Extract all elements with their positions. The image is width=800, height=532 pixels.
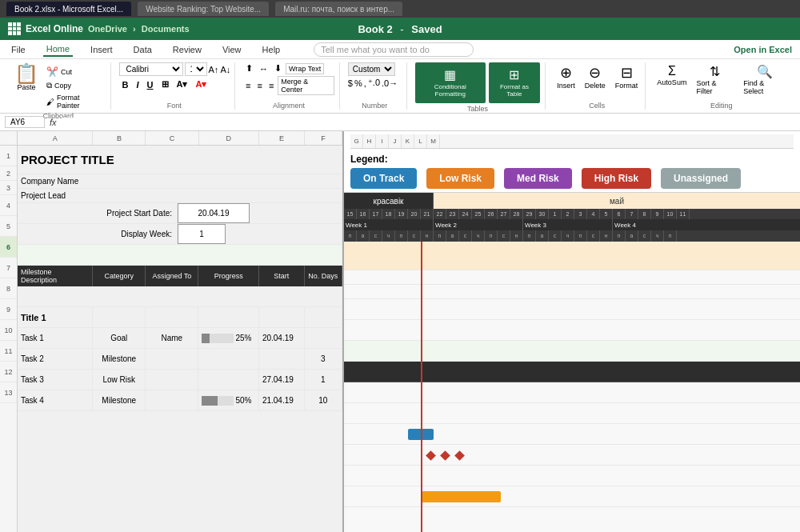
- gantt-dow-6: с: [408, 230, 421, 242]
- percent-button[interactable]: %: [354, 78, 362, 88]
- task1-cat[interactable]: Goal: [93, 328, 146, 348]
- menu-home[interactable]: Home: [43, 42, 73, 57]
- col-header-k: K: [402, 134, 414, 148]
- project-title-cell[interactable]: PROJECT TITLE: [18, 146, 342, 174]
- section-title-row: Title 1: [18, 307, 342, 328]
- autosum-button[interactable]: Σ AutoSum: [654, 62, 690, 88]
- row-num-8: 8: [0, 278, 17, 299]
- currency-button[interactable]: $: [348, 78, 353, 88]
- gantt-dow-20: с: [587, 230, 600, 242]
- decimal-decrease-button[interactable]: .0→: [382, 78, 398, 88]
- task4-start[interactable]: 21.04.19: [259, 390, 305, 410]
- cell-reference[interactable]: AY6: [5, 116, 45, 128]
- underline-button[interactable]: U: [144, 78, 157, 91]
- start-date-label: Project Start Date:: [18, 203, 178, 223]
- task3-days[interactable]: 1: [305, 370, 342, 390]
- fill-color-button[interactable]: A▾: [174, 78, 191, 91]
- onedrive-breadcrumb[interactable]: OneDrive › Documents: [88, 24, 190, 34]
- task4-cat[interactable]: Milestone: [93, 390, 146, 410]
- col-header-a: A: [18, 131, 93, 145]
- merge-center-button[interactable]: Merge & Center: [278, 76, 334, 95]
- align-middle-button[interactable]: ↔: [257, 63, 270, 74]
- alignment-label: Alignment: [243, 102, 334, 110]
- format-as-table-button[interactable]: ⊞ Format as Table: [489, 62, 541, 103]
- format-button[interactable]: ⊟ Format: [612, 62, 642, 91]
- cut-button[interactable]: ✂️Cut: [45, 66, 106, 78]
- copy-button[interactable]: ⧉Copy: [45, 80, 106, 91]
- task4-desc[interactable]: Task 4: [18, 390, 93, 410]
- align-left-button[interactable]: ≡: [243, 80, 253, 91]
- title1-days: [305, 307, 342, 327]
- gantt-day-1: 1: [549, 209, 562, 219]
- sort-filter-button[interactable]: ⇅ Sort & Filter: [693, 62, 737, 97]
- task3-cat[interactable]: Low Risk: [93, 370, 146, 390]
- font-grow-button[interactable]: A↑: [209, 65, 219, 74]
- font-color-button[interactable]: A▾: [192, 78, 210, 91]
- find-select-button[interactable]: 🔍 Find & Select: [740, 62, 789, 97]
- format-painter-button[interactable]: 🖌Format Painter: [45, 93, 106, 110]
- font-shrink-button[interactable]: A↓: [220, 65, 230, 74]
- row-num-3: 3: [0, 181, 17, 195]
- comma-button[interactable]: ,: [364, 78, 366, 88]
- menu-data[interactable]: Data: [130, 43, 155, 56]
- title1-cell[interactable]: Title 1: [18, 307, 93, 327]
- title1-assigned: [146, 307, 198, 327]
- task1-desc[interactable]: Task 1: [18, 328, 93, 348]
- bold-button[interactable]: B: [119, 78, 132, 91]
- ribbon-font-group: Calibri 10 A↑ A↓ B I U ⊞ A▾ A▾ Font: [114, 62, 236, 110]
- task1-start[interactable]: 20.04.19: [259, 328, 305, 348]
- menu-file[interactable]: File: [8, 43, 29, 56]
- formula-input[interactable]: [62, 118, 795, 127]
- menu-view[interactable]: View: [219, 43, 245, 56]
- browser-tab-ranking[interactable]: Website Ranking: Top Website...: [138, 2, 269, 16]
- insert-button[interactable]: ⊕ Insert: [554, 62, 578, 91]
- task3-row: Task 3 Low Risk 27.04.19 1: [18, 370, 342, 390]
- display-week-value[interactable]: 1: [178, 224, 226, 244]
- menu-help[interactable]: Help: [259, 43, 284, 56]
- menu-insert[interactable]: Insert: [87, 43, 116, 56]
- gantt-day-7: 7: [626, 209, 638, 219]
- open-in-excel-link[interactable]: Open in Excel: [734, 45, 792, 54]
- decimal-increase-button[interactable]: ⁺.0: [368, 78, 380, 88]
- project-lead-cell[interactable]: Project Lead: [18, 189, 342, 202]
- empty-cell-8: [18, 286, 342, 306]
- tell-me-input[interactable]: Tell me what you want to do: [314, 42, 474, 57]
- gantt-bar-task4: [421, 491, 501, 502]
- italic-button[interactable]: I: [133, 78, 142, 91]
- start-date-filler: [250, 203, 342, 223]
- browser-tab-excel[interactable]: Book 2.xlsx - Microsoft Excel...: [6, 2, 131, 16]
- align-top-button[interactable]: ⬆: [243, 62, 255, 74]
- align-right-button[interactable]: ≡: [266, 80, 276, 91]
- task3-start[interactable]: 27.04.19: [259, 370, 305, 390]
- task2-cat[interactable]: Milestone: [93, 349, 146, 369]
- gantt-day-29: 29: [523, 209, 536, 219]
- paste-button[interactable]: 📋 Paste: [11, 62, 42, 93]
- wrap-text-button[interactable]: Wrap Text: [286, 63, 324, 74]
- task1-assigned[interactable]: Name: [146, 328, 198, 348]
- delete-button[interactable]: ⊖ Delete: [582, 62, 609, 91]
- ribbon-cells-group: ⊕ Insert ⊖ Delete ⊟ Format Cells: [549, 62, 646, 110]
- legend-high-risk: High Risk: [582, 168, 651, 189]
- gantt-diamond-3: [454, 450, 465, 461]
- number-format-selector[interactable]: Custom: [348, 62, 395, 76]
- menu-review[interactable]: Review: [170, 43, 205, 56]
- align-center-button[interactable]: ≡: [254, 80, 264, 91]
- gantt-dow-14: н: [510, 230, 523, 242]
- company-name-cell[interactable]: Company Name: [18, 174, 342, 188]
- task2-desc[interactable]: Task 2: [18, 349, 93, 369]
- task4-days[interactable]: 10: [305, 390, 342, 410]
- gantt-week4-cell: Week 4: [613, 219, 800, 230]
- project-title-row: PROJECT TITLE: [18, 146, 342, 174]
- align-bottom-button[interactable]: ⬇: [272, 62, 284, 74]
- browser-tab-mail[interactable]: Mail.ru: почта, поиск в интер...: [275, 2, 402, 16]
- border-button[interactable]: ⊞: [158, 78, 172, 91]
- conditional-formatting-button[interactable]: ▦ Conditional Formatting: [415, 62, 486, 103]
- task4-progress: 50%: [198, 390, 258, 410]
- font-name-selector[interactable]: Calibri: [119, 62, 183, 76]
- task2-days[interactable]: 3: [305, 349, 342, 369]
- ribbon-clipboard-group: 📋 Paste ✂️Cut ⧉Copy 🖌Format Painter Clip…: [6, 62, 111, 110]
- start-date-value[interactable]: 20.04.19: [178, 203, 250, 223]
- task3-desc[interactable]: Task 3: [18, 370, 93, 390]
- gantt-dow-5: п: [395, 230, 408, 242]
- font-size-selector[interactable]: 10: [185, 62, 207, 76]
